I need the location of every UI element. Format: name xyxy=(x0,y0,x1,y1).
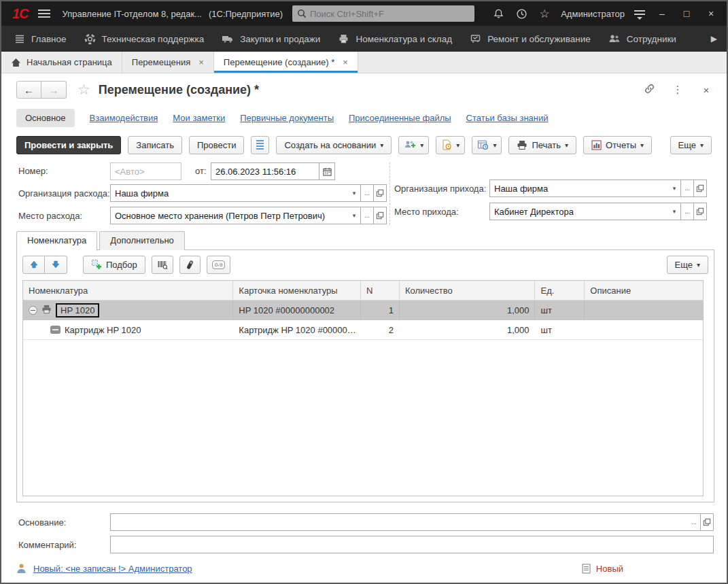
back-button[interactable]: ← xyxy=(16,81,41,99)
pick-button[interactable]: Подбор xyxy=(83,256,145,274)
org-out-choose-icon[interactable]: ... xyxy=(361,184,374,202)
document-structure-button[interactable] xyxy=(251,136,269,154)
cell-value-quantity[interactable]: 1,000 xyxy=(400,320,536,339)
move-up-button[interactable] xyxy=(22,256,45,274)
basis-open-icon[interactable] xyxy=(701,513,714,531)
place-out-open-icon[interactable] xyxy=(374,207,387,224)
org-in-dropdown-icon[interactable]: ▾ xyxy=(668,179,681,197)
reports-button[interactable]: Отчеты▾ xyxy=(583,136,652,154)
section-purchases-sales[interactable]: Закупки и продажи xyxy=(213,26,329,52)
move-down-button[interactable] xyxy=(45,256,67,274)
place-in-field[interactable] xyxy=(489,203,669,220)
tab-movements[interactable]: Перемещения × xyxy=(122,52,214,73)
close-tab-icon[interactable]: × xyxy=(343,57,348,67)
calendar-icon[interactable] xyxy=(319,162,335,180)
cell-value-card[interactable]: Картридж HP 1020 #00000… xyxy=(233,320,361,339)
grid-more-button[interactable]: Еще▾ xyxy=(667,256,708,274)
nav-attached-files[interactable]: Присоединенные файлы xyxy=(349,113,451,123)
cell-value-unit[interactable]: шт xyxy=(535,320,585,339)
post-and-close-button[interactable]: Провести и закрыть xyxy=(16,136,121,154)
tasks-button[interactable]: ▾ xyxy=(436,136,465,154)
tab-movement-new[interactable]: Перемещение (создание) * × xyxy=(214,52,358,73)
place-out-field[interactable] xyxy=(110,207,349,224)
place-out-dropdown-icon[interactable]: ▾ xyxy=(348,207,361,224)
tab-additional[interactable]: Дополнительно xyxy=(99,231,185,250)
search-input[interactable] xyxy=(310,9,446,19)
maximize-button[interactable]: □ xyxy=(679,8,694,19)
tab-nomenclature[interactable]: Номенклатура xyxy=(16,231,97,251)
table-row[interactable]: HP 1020 HP 1020 #00000000002 1 1,000 шт xyxy=(23,300,703,320)
sections-overflow-icon[interactable]: ▶ xyxy=(711,34,723,44)
main-menu-icon[interactable] xyxy=(38,7,50,20)
place-out-choose-icon[interactable]: ... xyxy=(361,207,374,224)
print-button[interactable]: Печать▾ xyxy=(508,136,576,154)
barcode-scan-button[interactable] xyxy=(152,256,173,274)
cell-value-unit[interactable]: шт xyxy=(535,300,585,320)
more-button[interactable]: Еще▾ xyxy=(670,136,712,154)
col-nomenclature[interactable]: Номенклатура xyxy=(23,281,233,300)
cell-value-quantity[interactable]: 1,000 xyxy=(400,300,536,320)
number-field[interactable] xyxy=(110,162,181,180)
close-form-icon[interactable]: × xyxy=(699,84,713,96)
section-repair-maintenance[interactable]: Ремонт и обслуживание xyxy=(461,26,600,52)
cell-value-nomenclature[interactable]: Картридж HP 1020 xyxy=(65,325,141,335)
post-button[interactable]: Провести xyxy=(189,136,245,154)
service-menu-icon[interactable] xyxy=(634,8,645,20)
interactions-button[interactable]: ▾ xyxy=(398,136,429,154)
more-kebab-icon[interactable]: ⋮ xyxy=(671,84,684,96)
nav-interactions[interactable]: Взаимодействия xyxy=(90,113,158,123)
get-link-icon[interactable] xyxy=(642,83,656,97)
org-in-open-icon[interactable] xyxy=(694,179,707,197)
comment-field[interactable] xyxy=(110,536,714,553)
forward-button[interactable]: → xyxy=(41,81,67,99)
current-user[interactable]: Администратор xyxy=(561,9,625,19)
minimize-button[interactable]: – xyxy=(655,8,670,19)
scanner-device-button[interactable] xyxy=(179,256,201,274)
cell-value-card[interactable]: HP 1020 #00000000002 xyxy=(233,300,361,320)
place-in-open-icon[interactable] xyxy=(694,203,707,220)
place-in-choose-icon[interactable]: ... xyxy=(681,203,694,220)
notifications-bell-icon[interactable] xyxy=(491,7,505,20)
basis-field[interactable] xyxy=(110,513,689,531)
nav-primary-documents[interactable]: Первичные документы xyxy=(240,113,334,123)
org-out-dropdown-icon[interactable]: ▾ xyxy=(348,184,361,202)
nav-main[interactable]: Основное xyxy=(16,109,75,127)
cell-value-description[interactable] xyxy=(585,320,703,339)
events-button[interactable]: ▾ xyxy=(472,136,502,154)
cell-value-n[interactable]: 2 xyxy=(361,320,400,339)
col-description[interactable]: Описание xyxy=(585,281,703,300)
org-out-open-icon[interactable] xyxy=(374,184,387,202)
basis-choose-icon[interactable]: ... xyxy=(688,513,701,531)
nav-kb-articles[interactable]: Статьи базы знаний xyxy=(466,113,549,123)
tab-home[interactable]: Начальная страница xyxy=(1,52,122,73)
section-main[interactable]: Главное xyxy=(5,26,75,52)
col-unit[interactable]: Ед. xyxy=(535,281,585,300)
enter-code-button[interactable]: 0-9 xyxy=(207,256,231,274)
section-employees[interactable]: Сотрудники xyxy=(600,26,685,52)
collapse-row-icon[interactable] xyxy=(29,306,37,315)
section-tech-support[interactable]: Техническая поддержка xyxy=(75,26,213,52)
document-status-link[interactable]: Новый: <не записан !> Администратор xyxy=(33,564,192,574)
org-in-choose-icon[interactable]: ... xyxy=(681,179,694,197)
date-field[interactable] xyxy=(211,162,319,180)
org-out-field[interactable] xyxy=(110,184,349,202)
add-to-favorites-star-icon[interactable]: ☆ xyxy=(77,82,90,98)
cell-value-description[interactable] xyxy=(585,300,703,320)
cell-value-n[interactable]: 1 xyxy=(361,300,400,320)
col-n[interactable]: N xyxy=(361,281,400,300)
nav-my-notes[interactable]: Мои заметки xyxy=(173,113,225,123)
history-icon[interactable] xyxy=(515,7,528,20)
save-button[interactable]: Записать xyxy=(128,136,182,154)
org-in-field[interactable] xyxy=(489,179,669,197)
place-in-dropdown-icon[interactable]: ▾ xyxy=(668,203,681,220)
close-window-button[interactable]: × xyxy=(704,8,718,19)
close-tab-icon[interactable]: × xyxy=(198,57,204,67)
col-quantity[interactable]: Количество xyxy=(400,281,536,300)
favorites-star-icon[interactable]: ☆ xyxy=(538,7,551,20)
global-search[interactable] xyxy=(292,5,474,22)
create-based-on-button[interactable]: Создать на основании▾ xyxy=(276,136,392,154)
col-card[interactable]: Карточка номенклатуры xyxy=(233,281,361,300)
cell-value-nomenclature[interactable]: HP 1020 xyxy=(56,303,99,317)
table-row[interactable]: Картридж HP 1020 Картридж HP 1020 #00000… xyxy=(23,320,703,340)
section-nomenclature-warehouse[interactable]: Номенклатура и склад xyxy=(329,26,461,52)
